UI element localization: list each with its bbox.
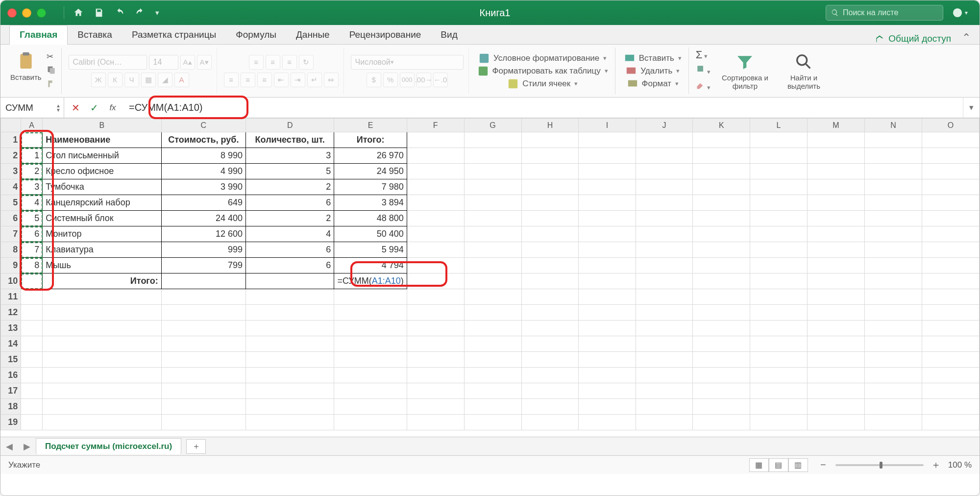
cell[interactable] — [464, 258, 521, 273]
cell-qty[interactable]: 2 — [246, 179, 334, 195]
cell[interactable] — [334, 321, 407, 336]
cell[interactable] — [750, 383, 808, 399]
cell[interactable] — [750, 258, 808, 273]
cell[interactable] — [636, 211, 693, 226]
cell[interactable] — [161, 368, 245, 383]
cell[interactable] — [693, 132, 750, 148]
cell[interactable] — [521, 148, 579, 164]
cell[interactable] — [807, 179, 864, 195]
dec-decimal-icon[interactable]: ←.0 — [433, 73, 448, 87]
cell-A10[interactable] — [21, 273, 43, 289]
increase-font-icon[interactable]: A▴ — [180, 55, 195, 70]
cell[interactable] — [521, 415, 579, 430]
cell-cost[interactable]: 12 600 — [161, 226, 245, 242]
cell[interactable] — [922, 273, 979, 289]
row-header[interactable]: 17 — [1, 383, 21, 399]
cell-C1[interactable]: Стоимость, руб. — [161, 132, 245, 148]
cell[interactable] — [464, 321, 521, 336]
cell[interactable] — [922, 399, 979, 415]
cell[interactable] — [750, 305, 808, 321]
cell[interactable] — [807, 415, 864, 430]
cell[interactable] — [21, 305, 43, 321]
cell-D10[interactable] — [246, 273, 334, 289]
col-header[interactable]: H — [521, 119, 579, 132]
cell[interactable] — [864, 368, 922, 383]
cell[interactable] — [246, 305, 334, 321]
cell-A[interactable]: 6 — [21, 226, 43, 242]
cell[interactable] — [521, 305, 579, 321]
redo-icon[interactable] — [135, 7, 146, 18]
cell[interactable] — [21, 321, 43, 336]
currency-icon[interactable]: $ — [367, 73, 381, 87]
cell[interactable] — [807, 226, 864, 242]
cell[interactable] — [922, 132, 979, 148]
cell[interactable] — [750, 164, 808, 179]
cell[interactable] — [693, 211, 750, 226]
cell[interactable] — [464, 305, 521, 321]
col-header[interactable]: N — [864, 119, 922, 132]
cell[interactable] — [693, 399, 750, 415]
cell-qty[interactable]: 4 — [246, 226, 334, 242]
cell[interactable] — [407, 179, 464, 195]
cell[interactable] — [636, 289, 693, 305]
cell[interactable] — [246, 352, 334, 368]
col-header[interactable]: A — [21, 119, 43, 132]
name-box-spinner-icon[interactable]: ▲▼ — [56, 103, 61, 112]
cell[interactable] — [161, 305, 245, 321]
cell-name[interactable]: Монитор — [43, 226, 161, 242]
fill-color-icon[interactable]: ◢ — [158, 73, 172, 87]
cell[interactable] — [750, 368, 808, 383]
cell[interactable] — [161, 383, 245, 399]
cell[interactable] — [807, 148, 864, 164]
row-header[interactable]: 9 — [1, 258, 21, 273]
cell[interactable] — [21, 415, 43, 430]
cell[interactable] — [864, 415, 922, 430]
cell[interactable] — [161, 289, 245, 305]
cell[interactable] — [636, 132, 693, 148]
font-color-icon[interactable]: A — [174, 73, 189, 87]
cell[interactable] — [407, 211, 464, 226]
cell[interactable] — [521, 195, 579, 211]
percent-icon[interactable]: % — [383, 73, 398, 87]
cell[interactable] — [521, 399, 579, 415]
cell-D1[interactable]: Количество, шт. — [246, 132, 334, 148]
cell[interactable] — [693, 273, 750, 289]
tab-view[interactable]: Вид — [431, 25, 467, 44]
row-header[interactable]: 13 — [1, 321, 21, 336]
cell[interactable] — [807, 368, 864, 383]
cancel-formula-icon[interactable]: ✕ — [67, 100, 84, 115]
tab-page-layout[interactable]: Разметка страницы — [122, 25, 226, 44]
cell-C10[interactable] — [161, 273, 245, 289]
spreadsheet-grid[interactable]: A B C D E F G H I J K L M N O 1Наименова… — [0, 118, 980, 437]
cell[interactable] — [43, 383, 161, 399]
add-sheet-button[interactable]: ＋ — [186, 439, 206, 454]
find-select-button[interactable]: Найти и выделить — [779, 52, 828, 90]
cell[interactable] — [807, 383, 864, 399]
cell[interactable] — [521, 226, 579, 242]
align-left-icon[interactable]: ≡ — [224, 73, 239, 87]
cell[interactable] — [334, 399, 407, 415]
cell[interactable] — [864, 305, 922, 321]
cell[interactable] — [579, 415, 636, 430]
cell[interactable] — [693, 383, 750, 399]
tab-formulas[interactable]: Формулы — [226, 25, 286, 44]
cell[interactable] — [521, 211, 579, 226]
format-as-table-button[interactable]: Форматировать как таблицу — [476, 65, 610, 77]
cell[interactable] — [864, 321, 922, 336]
cell-qty[interactable]: 2 — [246, 211, 334, 226]
cell[interactable] — [161, 336, 245, 352]
row-header[interactable]: 6 — [1, 211, 21, 226]
page-break-view-icon[interactable]: ▥ — [788, 458, 808, 472]
row-header[interactable]: 3 — [1, 164, 21, 179]
row-header[interactable]: 11 — [1, 289, 21, 305]
sort-filter-button[interactable]: Сортировка и фильтр — [720, 52, 769, 90]
cell[interactable] — [636, 179, 693, 195]
cell[interactable] — [693, 164, 750, 179]
cell[interactable] — [864, 164, 922, 179]
tab-data[interactable]: Данные — [286, 25, 340, 44]
row-header[interactable]: 15 — [1, 352, 21, 368]
indent-dec-icon[interactable]: ⇤ — [274, 73, 289, 87]
feedback-smile-icon[interactable]: ▾ — [952, 7, 968, 18]
cell[interactable] — [407, 352, 464, 368]
cell[interactable] — [407, 321, 464, 336]
